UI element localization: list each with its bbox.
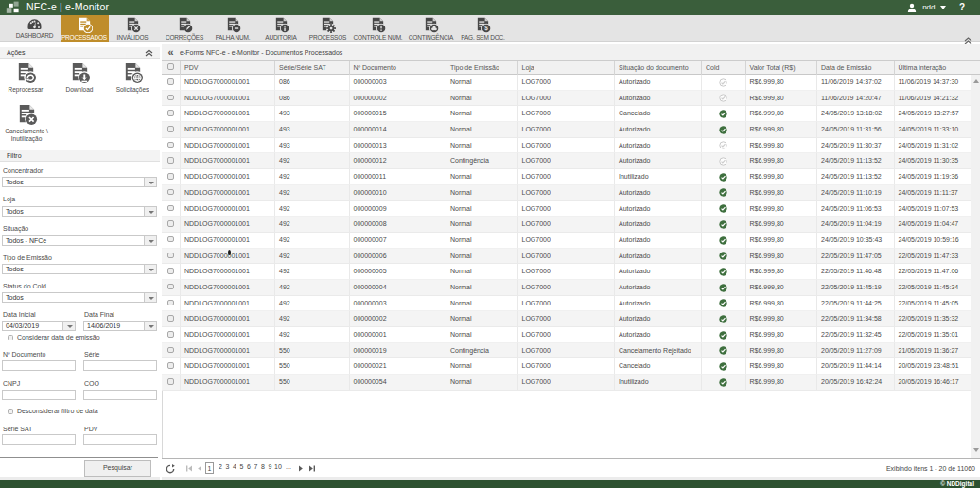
svg-text:$: $ <box>484 25 488 32</box>
